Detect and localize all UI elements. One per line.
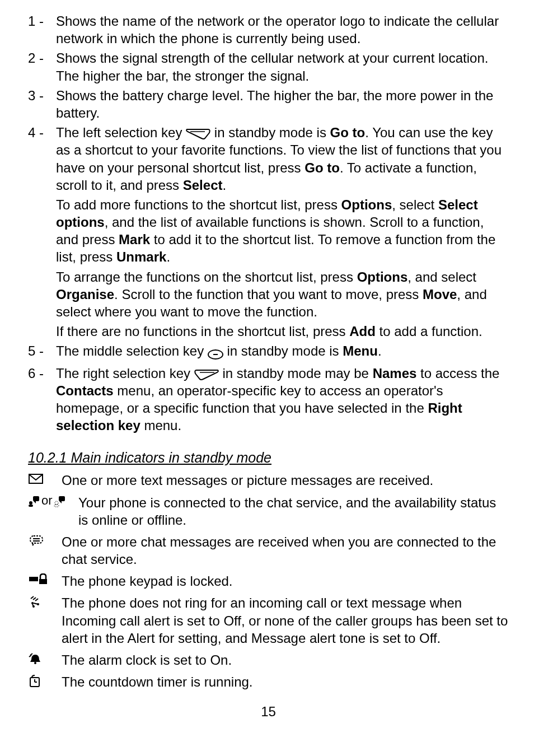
timer-icon [28, 673, 62, 688]
list-item-body: The middle selection key in standby mode… [56, 342, 509, 362]
svg-rect-9 [30, 536, 43, 543]
document-page: 1 -Shows the name of the network or the … [0, 0, 534, 720]
or-label: or [40, 493, 54, 509]
indicator-text: One or more chat messages are received w… [62, 533, 509, 568]
alarm-icon [28, 651, 62, 666]
indicator-text: One or more text messages or picture mes… [62, 472, 509, 489]
svg-rect-6 [59, 496, 65, 501]
chat-status-icons: or [28, 494, 78, 511]
list-item-number: 1 - [28, 12, 56, 30]
indicator-text: The countdown timer is running. [62, 673, 509, 690]
list-item-body: Shows the name of the network or the ope… [56, 12, 509, 47]
list-item: 5 -The middle selection key in standby m… [28, 342, 509, 362]
message-icon [28, 472, 62, 485]
svg-rect-5 [29, 505, 33, 507]
list-item-paragraph: To arrange the functions on the shortcut… [56, 268, 509, 321]
list-item-paragraph: To add more functions to the shortcut li… [56, 196, 509, 266]
svg-rect-8 [54, 505, 59, 507]
chat-online-icon [28, 495, 40, 507]
section-heading: 10.2.1 Main indicators in standby mode [28, 450, 509, 466]
indicator-text: The phone keypad is locked. [62, 572, 509, 590]
silent-icon [28, 594, 62, 609]
indicator-row: One or more text messages or picture mes… [28, 472, 509, 489]
svg-point-4 [29, 501, 32, 505]
svg-point-17 [31, 602, 34, 604]
svg-line-23 [30, 654, 32, 655]
indicator-row: orYour phone is connected to the chat se… [28, 494, 509, 529]
svg-line-16 [35, 599, 38, 601]
list-item: 3 -Shows the battery charge level. The h… [28, 87, 509, 122]
chat-offline-icon [54, 495, 66, 507]
svg-point-7 [55, 501, 58, 505]
svg-rect-3 [33, 496, 39, 501]
list-item-paragraph: If there are no functions in the shortcu… [56, 323, 509, 340]
list-item-body: The right selection key in standby mode … [56, 365, 509, 435]
svg-rect-13 [39, 579, 47, 584]
indicator-row: The alarm clock is set to On. [28, 651, 509, 669]
list-item: 4 -The left selection key in standby mod… [28, 124, 509, 340]
indicator-text: Your phone is connected to the chat serv… [78, 494, 509, 529]
list-item-number: 4 - [28, 124, 56, 141]
list-item-number: 6 - [28, 365, 56, 382]
right-selection-key-icon [194, 369, 219, 380]
list-item-number: 5 - [28, 342, 56, 360]
left-selection-key-icon [186, 128, 210, 139]
svg-line-20 [34, 603, 38, 604]
page-number: 15 [28, 704, 509, 720]
list-item-number: 2 - [28, 49, 56, 67]
indicator-text: The phone does not ring for an incoming … [62, 594, 509, 647]
indicator-text: The alarm clock is set to On. [62, 651, 509, 669]
keypad-lock-icon [28, 572, 62, 585]
list-item: 6 -The right selection key in standby mo… [28, 365, 509, 435]
list-item: 1 -Shows the name of the network or the … [28, 12, 509, 47]
chat-message-icon [28, 533, 62, 547]
numbered-list: 1 -Shows the name of the network or the … [28, 12, 509, 434]
list-item-body: Shows the signal strength of the cellula… [56, 49, 509, 84]
svg-rect-12 [29, 577, 38, 581]
indicator-row: The countdown timer is running. [28, 673, 509, 690]
list-item-number: 3 - [28, 87, 56, 104]
list-item: 2 -Shows the signal strength of the cell… [28, 49, 509, 84]
svg-line-14 [31, 596, 34, 599]
svg-line-24 [29, 655, 31, 657]
indicator-row: One or more chat messages are received w… [28, 533, 509, 568]
middle-selection-key-icon [208, 344, 223, 362]
indicator-row: The phone keypad is locked. [28, 572, 509, 590]
list-item-body: The left selection key in standby mode i… [56, 124, 509, 340]
indicators-list: One or more text messages or picture mes… [28, 472, 509, 690]
indicator-row: The phone does not ring for an incoming … [28, 594, 509, 647]
svg-point-22 [34, 662, 36, 664]
svg-line-15 [33, 598, 36, 600]
list-item-body: Shows the battery charge level. The high… [56, 87, 509, 122]
